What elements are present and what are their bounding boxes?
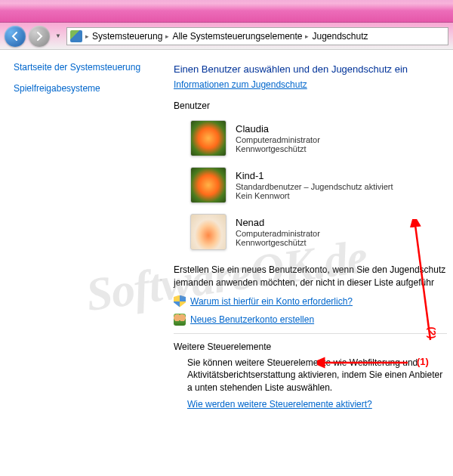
- user-info: Claudia Computeradministrator Kennwortge…: [236, 123, 320, 153]
- breadcrumb-sep: ▸: [304, 32, 310, 40]
- user-info: Nenad Computeradministrator Kennwortgesc…: [236, 217, 320, 247]
- user-name: Nenad: [236, 217, 320, 228]
- breadcrumb-seg[interactable]: Systemsteuerung: [92, 31, 162, 42]
- navigation-bar: ▼ ▸ Systemsteuerung ▸ Alle Systemsteueru…: [0, 23, 453, 50]
- shield-icon: [174, 295, 186, 308]
- more-controls-text: Sie können weitere Steuerelemente wie We…: [187, 357, 447, 394]
- breadcrumb-seg[interactable]: Jugendschutz: [312, 31, 368, 42]
- history-dropdown[interactable]: ▼: [53, 29, 63, 44]
- users-label: Benutzer: [174, 100, 447, 111]
- user-name: Claudia: [236, 123, 320, 134]
- user-info: Kind-1 Standardbenutzer – Jugendschutz a…: [236, 170, 393, 200]
- new-account-link[interactable]: Neues Benutzerkonto erstellen: [190, 314, 314, 325]
- why-account-link[interactable]: Warum ist hierfür ein Konto erforderlich…: [190, 296, 353, 307]
- back-button[interactable]: [5, 26, 26, 47]
- content-area: Startseite der Systemsteuerung Spielfrei…: [0, 50, 453, 476]
- avatar: [190, 214, 226, 250]
- sidebar-link-games[interactable]: Spielfreigabesysteme: [14, 83, 151, 94]
- main-panel: Einen Benutzer auswählen und den Jugends…: [159, 50, 453, 476]
- user-item[interactable]: Kind-1 Standardbenutzer – Jugendschutz a…: [187, 164, 447, 206]
- sidebar-link-home[interactable]: Startseite der Systemsteuerung: [14, 62, 151, 73]
- user-password-status: Kennwortgeschützt: [236, 238, 320, 247]
- address-bar[interactable]: ▸ Systemsteuerung ▸ Alle Systemsteuerung…: [66, 27, 448, 45]
- window-titlebar[interactable]: [0, 0, 453, 23]
- avatar: [190, 120, 226, 156]
- info-link[interactable]: Informationen zum Jugendschutz: [174, 79, 307, 90]
- how-activate-link[interactable]: Wie werden weitere Steuerelemente aktivi…: [187, 399, 372, 410]
- user-item[interactable]: Nenad Computeradministrator Kennwortgesc…: [187, 211, 447, 253]
- user-role: Computeradministrator: [236, 229, 320, 238]
- divider: [174, 333, 447, 334]
- control-panel-icon: [70, 30, 82, 42]
- avatar: [190, 167, 226, 203]
- why-account-link-row: Warum ist hierfür ein Konto erforderlich…: [174, 295, 447, 308]
- sidebar: Startseite der Systemsteuerung Spielfrei…: [0, 50, 159, 476]
- new-account-link-row: Neues Benutzerkonto erstellen: [174, 314, 447, 326]
- user-name: Kind-1: [236, 170, 393, 181]
- user-item[interactable]: Claudia Computeradministrator Kennwortge…: [187, 117, 447, 159]
- forward-button: [29, 26, 50, 47]
- user-role: Standardbenutzer – Jugendschutz aktivier…: [236, 182, 393, 191]
- user-password-status: Kein Kennwort: [236, 191, 393, 200]
- breadcrumb-seg[interactable]: Alle Systemsteuerungselemente: [172, 31, 302, 42]
- user-password-status: Kennwortgeschützt: [236, 144, 320, 153]
- create-account-text: Erstellen Sie ein neues Benutzerkonto, w…: [174, 264, 447, 289]
- breadcrumb-sep: ▸: [84, 32, 91, 40]
- people-icon: [174, 314, 186, 326]
- page-title: Einen Benutzer auswählen und den Jugends…: [174, 63, 447, 75]
- breadcrumb-sep: ▸: [164, 32, 171, 40]
- more-controls-heading: Weitere Steuerelemente: [174, 342, 447, 352]
- user-role: Computeradministrator: [236, 135, 320, 144]
